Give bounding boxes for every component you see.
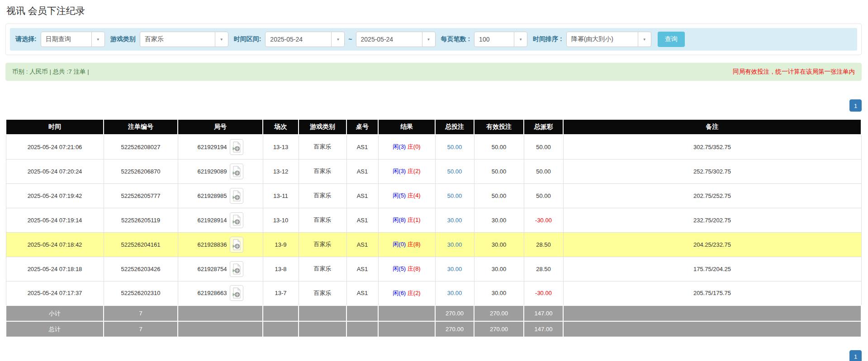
date-to-select[interactable]: 2025-05-24 ▼ (356, 32, 436, 47)
subtotal-total-bet: 270.00 (435, 305, 474, 321)
cell-time: 2025-05-24 07:19:14 (6, 208, 104, 232)
table-row[interactable]: 2025-05-24 07:18:18 522526203426 6219287… (6, 257, 861, 281)
game-type-value: 百家乐 (140, 32, 215, 47)
subtotal-row: 小计 7 270.00 270.00 147.00 (6, 305, 861, 321)
round-id-text: 621928663 (197, 290, 227, 296)
total-payout: 147.00 (524, 321, 563, 337)
round-id-text: 621929089 (197, 168, 227, 175)
cell-bet-id: 522526202310 (104, 281, 178, 305)
cell-payout: -30.00 (524, 208, 563, 232)
video-file-icon (232, 166, 241, 177)
total-bet-link[interactable]: 50.00 (447, 168, 462, 175)
total-count: 7 (104, 321, 178, 337)
result-player: 闲(3) (393, 168, 406, 174)
table-footer: 小计 7 270.00 270.00 147.00 总计 7 270.00 27… (6, 305, 861, 337)
page-size-select[interactable]: 100 ▼ (474, 32, 527, 47)
search-button[interactable]: 查询 (658, 32, 685, 47)
cell-round-id: 621928754 (178, 257, 263, 281)
total-bet-link[interactable]: 30.00 (447, 266, 462, 272)
video-file-icon (232, 141, 241, 153)
cell-game-type: 百家乐 (299, 257, 346, 281)
cell-remark: 175.75/204.25 (563, 257, 861, 281)
video-replay-button[interactable] (230, 212, 243, 228)
chevron-down-icon: ▼ (514, 32, 527, 47)
cell-bet-id: 522526205777 (104, 183, 178, 208)
cell-session: 13-8 (263, 257, 299, 281)
cell-payout: -30.00 (524, 281, 563, 305)
video-replay-button[interactable] (230, 237, 243, 253)
result-banker: 庄(2) (408, 290, 421, 296)
total-bet-link[interactable]: 30.00 (447, 290, 462, 296)
filter-bar: 请选择: 日期查询 ▼ 游戏类别 百家乐 ▼ 时间区间: 2025-05-24 … (10, 28, 857, 51)
header-payout: 总派彩 (524, 119, 563, 135)
cell-time: 2025-05-24 07:21:06 (6, 135, 104, 159)
cell-result: 闲(3) 庄(2) (378, 159, 435, 183)
result-player: 闲(0) (393, 241, 406, 248)
total-total-bet: 270.00 (435, 321, 474, 337)
cell-result: 闲(3) 庄(0) (378, 135, 435, 159)
cell-round-id: 621928914 (178, 208, 263, 232)
cell-game-type: 百家乐 (299, 159, 346, 183)
cell-remark: 232.75/202.75 (563, 208, 861, 232)
cell-payout: 50.00 (524, 159, 563, 183)
cell-payout: 50.00 (524, 183, 563, 208)
cell-total-bet: 50.00 (435, 183, 474, 208)
cell-bet-id: 522526203426 (104, 257, 178, 281)
result-banker: 庄(0) (408, 143, 421, 150)
cell-table-no: AS1 (346, 208, 378, 232)
video-replay-button[interactable] (230, 285, 243, 301)
cell-bet-id: 522526204161 (104, 232, 178, 257)
cell-valid-bet: 30.00 (474, 257, 524, 281)
header-total-bet: 总投注 (435, 119, 474, 135)
cell-table-no: AS1 (346, 159, 378, 183)
video-replay-button[interactable] (230, 139, 243, 155)
total-bet-link[interactable]: 50.00 (447, 144, 462, 150)
table-row[interactable]: 2025-05-24 07:17:37 522526202310 6219286… (6, 281, 861, 305)
cell-game-type: 百家乐 (299, 135, 346, 159)
table-row[interactable]: 2025-05-24 07:20:24 522526206870 6219290… (6, 159, 861, 183)
summary-bar: 币别 : 人民币 | 总共 :7 注单 | 同局有效投注，统一计算在该局第一张注… (5, 63, 862, 81)
pagination-top: 1 (5, 99, 862, 112)
header-row: 时间 注单编号 局号 场次 游戏类别 桌号 结果 总投注 有效投注 总派彩 备注 (6, 119, 861, 135)
header-valid-bet: 有效投注 (474, 119, 524, 135)
total-row: 总计 7 270.00 270.00 147.00 (6, 321, 861, 337)
cell-total-bet: 50.00 (435, 159, 474, 183)
video-replay-button[interactable] (230, 188, 243, 204)
date-to-value: 2025-05-24 (356, 32, 422, 47)
result-player: 闲(8) (393, 216, 406, 223)
cell-round-id: 621929089 (178, 159, 263, 183)
result-banker: 庄(8) (408, 241, 421, 248)
total-bet-link[interactable]: 30.00 (447, 241, 462, 248)
cell-total-bet: 50.00 (435, 135, 474, 159)
pagination-page-1-button[interactable]: 1 (849, 99, 862, 112)
query-type-value: 日期查询 (41, 32, 91, 47)
table-row[interactable]: 2025-05-24 07:19:14 522526205119 6219289… (6, 208, 861, 232)
date-from-select[interactable]: 2025-05-24 ▼ (265, 32, 345, 47)
round-id-text: 621928754 (197, 266, 227, 272)
cell-session: 13-13 (263, 135, 299, 159)
total-bet-link[interactable]: 50.00 (447, 192, 462, 199)
chevron-down-icon: ▼ (638, 32, 651, 47)
cell-time: 2025-05-24 07:18:42 (6, 232, 104, 257)
cell-total-bet: 30.00 (435, 281, 474, 305)
game-type-select[interactable]: 百家乐 ▼ (140, 32, 228, 47)
table-row[interactable]: 2025-05-24 07:21:06 522526208027 6219291… (6, 135, 861, 159)
video-replay-button[interactable] (230, 164, 243, 179)
video-replay-button[interactable] (230, 261, 243, 277)
table-row[interactable]: 2025-05-24 07:19:42 522526205777 6219289… (6, 183, 861, 208)
cell-remark: 202.75/252.75 (563, 183, 861, 208)
total-bet-link[interactable]: 30.00 (447, 217, 462, 224)
cell-game-type: 百家乐 (299, 208, 346, 232)
cell-session: 13-9 (263, 232, 299, 257)
cell-valid-bet: 50.00 (474, 135, 524, 159)
pagination-page-1-button[interactable]: 1 (849, 350, 862, 361)
round-id-text: 621928836 (197, 241, 227, 248)
date-from-value: 2025-05-24 (266, 32, 331, 47)
cell-result: 闲(5) 庄(8) (378, 257, 435, 281)
bet-records-table: 时间 注单编号 局号 场次 游戏类别 桌号 结果 总投注 有效投注 总派彩 备注… (5, 119, 862, 338)
time-sort-select[interactable]: 降幂(由大到小) ▼ (566, 32, 651, 47)
table-row[interactable]: 2025-05-24 07:18:42 522526204161 6219288… (6, 232, 861, 257)
query-type-select[interactable]: 日期查询 ▼ (41, 32, 105, 47)
cell-valid-bet: 30.00 (474, 281, 524, 305)
query-type-label: 请选择: (15, 35, 37, 43)
